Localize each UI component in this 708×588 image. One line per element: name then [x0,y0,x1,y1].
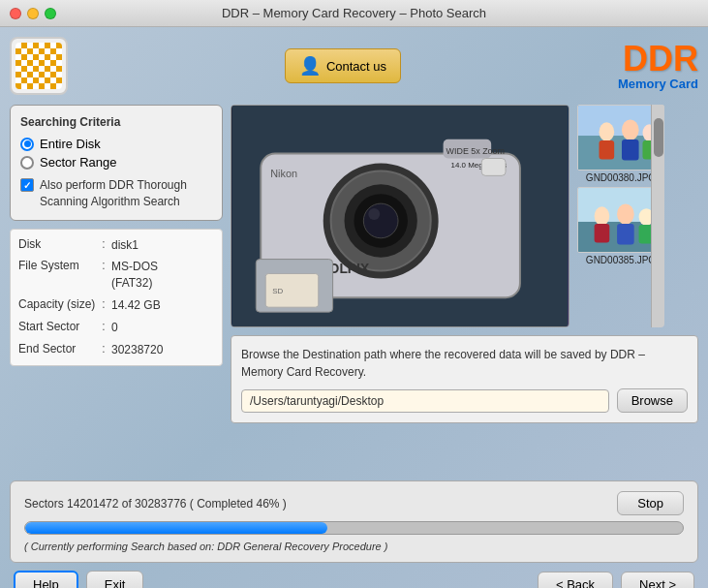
footer-row: Help Exit < Back Next > [10,571,698,588]
thumbnails-area: GND00380.JPG [577,105,664,327]
header-row: 👤 Contact us DDR Memory Card [10,37,698,95]
entire-disk-radio[interactable] [20,138,34,151]
svg-point-22 [622,119,639,140]
svg-rect-15 [481,159,506,176]
exit-button[interactable]: Exit [86,571,144,588]
checkmark-icon: ✓ [23,180,31,191]
disk-value-filesystem: MS-DOS(FAT32) [111,259,158,292]
destination-input-row: Browse [241,388,688,413]
media-row: WIDE 5x Zoom 14.0 Megapixels COOLPIX SD … [231,105,698,327]
disk-label-filesystem: File System [18,259,96,272]
svg-text:Nikon: Nikon [270,168,297,179]
progress-bar-track [24,521,684,535]
svg-rect-32 [617,224,634,245]
destination-path-input[interactable] [241,389,609,413]
sector-range-label: Sector Range [40,155,117,170]
disk-value-capacity: 14.42 GB [111,297,161,314]
disk-label-capacity: Capacity (size) [18,297,96,311]
svg-point-7 [368,208,380,220]
scrollbar-thumb[interactable] [654,118,663,157]
stop-button[interactable]: Stop [617,491,684,515]
thorough-scan-checkbox[interactable]: ✓ [20,178,34,192]
maximize-button[interactable] [45,8,56,19]
disk-row-start: Start Sector : 0 [18,320,214,336]
svg-rect-21 [600,140,615,160]
traffic-lights [10,8,56,19]
back-button[interactable]: < Back [538,572,613,588]
progress-top-row: Sectors 14201472 of 30283776 ( Completed… [24,491,684,515]
content-area: Searching Criteria Entire Disk Sector Ra… [10,105,698,473]
svg-text:SD: SD [272,287,283,295]
contact-label: Contact us [326,59,386,74]
disk-row-filesystem: File System : MS-DOS(FAT32) [18,259,214,292]
svg-point-20 [600,122,615,141]
sector-range-option[interactable]: Sector Range [20,155,212,170]
svg-point-6 [363,203,398,238]
ddr-logo-text: DDR [618,42,698,77]
disk-colon-capacity: : [96,297,111,311]
footer-left-buttons: Help Exit [14,571,143,588]
disk-colon-start: : [96,320,111,333]
destination-box: Browse the Destination path where the re… [231,335,698,423]
disk-row-capacity: Capacity (size) : 14.42 GB [18,297,214,314]
svg-rect-23 [622,139,639,161]
svg-rect-30 [595,224,610,243]
main-container: 👤 Contact us DDR Memory Card Searching C… [0,27,708,588]
entire-disk-label: Entire Disk [40,137,101,151]
ddr-subtitle: Memory Card [618,77,698,91]
disk-value-start: 0 [111,320,118,336]
criteria-title: Searching Criteria [20,115,212,129]
ddr-logo: DDR Memory Card [618,42,698,91]
disk-value-disk: disk1 [111,237,139,254]
progress-text: Sectors 14201472 of 30283776 ( Completed… [24,497,287,511]
disk-label-end: End Sector [18,342,96,356]
progress-bar-fill [25,522,327,534]
progress-status: ( Currently performing Search based on: … [24,541,684,552]
close-button[interactable] [10,8,21,19]
searching-criteria-box: Searching Criteria Entire Disk Sector Ra… [10,105,223,221]
camera-preview: WIDE 5x Zoom 14.0 Megapixels COOLPIX SD … [231,105,569,327]
destination-description: Browse the Destination path where the re… [241,346,688,381]
contact-button[interactable]: 👤 Contact us [285,48,401,83]
disk-colon-disk: : [96,237,111,251]
svg-point-29 [595,206,610,226]
thumbnails-scrollbar[interactable] [651,105,664,327]
logo-checkerboard-icon [15,43,62,89]
disk-value-end: 30238720 [111,342,163,358]
thumbnail-name-2: GND00385.JPG [586,255,656,265]
next-button[interactable]: Next > [621,572,694,588]
disk-label-start: Start Sector [18,320,96,333]
svg-point-31 [617,203,634,225]
disk-row-end: End Sector : 30238720 [18,342,214,358]
right-panel: WIDE 5x Zoom 14.0 Megapixels COOLPIX SD … [231,105,698,473]
thumbnail-name-1: GND00380.JPG [586,172,656,183]
footer-right-buttons: < Back Next > [538,572,694,588]
left-panel: Searching Criteria Entire Disk Sector Ra… [10,105,223,473]
sector-range-radio[interactable] [20,156,34,170]
help-button[interactable]: Help [14,571,78,588]
disk-colon-end: : [96,342,111,356]
entire-disk-option[interactable]: Entire Disk [20,137,212,151]
disk-colon-filesystem: : [96,259,111,272]
browse-button[interactable]: Browse [617,388,688,413]
progress-area: Sectors 14201472 of 30283776 ( Completed… [10,480,698,563]
thorough-scan-label: Also perform DDR Thorough Scanning Algor… [40,177,212,210]
disk-row-disk: Disk : disk1 [18,237,214,254]
titlebar: DDR – Memory Card Recovery – Photo Searc… [0,0,708,27]
disk-label-disk: Disk [18,237,96,251]
disk-info-table: Disk : disk1 File System : MS-DOS(FAT32)… [10,229,223,367]
minimize-button[interactable] [27,8,39,19]
svg-text:WIDE 5x Zoom: WIDE 5x Zoom [446,146,505,156]
app-logo [10,37,68,95]
thorough-scan-checkbox-row[interactable]: ✓ Also perform DDR Thorough Scanning Alg… [20,177,212,210]
contact-icon: 👤 [299,55,321,77]
window-title: DDR – Memory Card Recovery – Photo Searc… [222,6,486,20]
